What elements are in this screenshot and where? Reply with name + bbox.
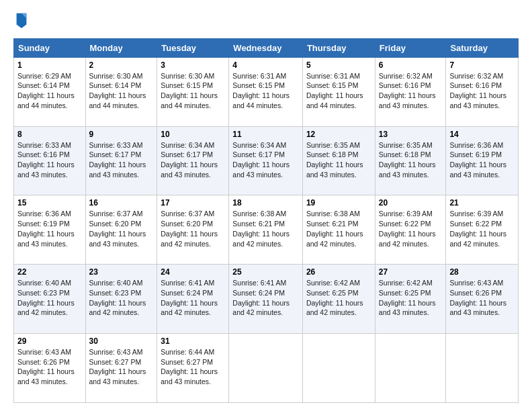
- weekday-header: Friday: [375, 38, 446, 57]
- calendar-week-row: 29Sunrise: 6:43 AMSunset: 6:26 PMDayligh…: [14, 334, 519, 403]
- day-number: 31: [161, 336, 225, 346]
- day-info: Sunrise: 6:37 AMSunset: 6:20 PMDaylight:…: [161, 210, 218, 247]
- calendar-week-row: 22Sunrise: 6:40 AMSunset: 6:23 PMDayligh…: [14, 265, 519, 334]
- calendar-day-cell: 4Sunrise: 6:31 AMSunset: 6:15 PMDaylight…: [229, 57, 303, 126]
- day-number: 15: [17, 198, 82, 208]
- day-number: 28: [449, 267, 515, 277]
- weekday-header: Tuesday: [157, 38, 229, 57]
- calendar-day-cell: 15Sunrise: 6:36 AMSunset: 6:19 PMDayligh…: [14, 195, 86, 265]
- day-number: 18: [232, 198, 299, 208]
- calendar-day-cell: 14Sunrise: 6:36 AMSunset: 6:19 PMDayligh…: [446, 126, 519, 195]
- calendar-day-cell: [375, 334, 446, 403]
- calendar-day-cell: 2Sunrise: 6:30 AMSunset: 6:14 PMDaylight…: [85, 57, 157, 126]
- day-number: 29: [17, 336, 82, 346]
- day-number: 24: [161, 267, 225, 277]
- calendar-day-cell: 11Sunrise: 6:34 AMSunset: 6:17 PMDayligh…: [229, 126, 303, 195]
- day-number: 6: [379, 60, 443, 70]
- calendar-day-cell: 7Sunrise: 6:32 AMSunset: 6:16 PMDaylight…: [446, 57, 519, 126]
- calendar-day-cell: 3Sunrise: 6:30 AMSunset: 6:15 PMDaylight…: [157, 57, 229, 126]
- day-info: Sunrise: 6:41 AMSunset: 6:24 PMDaylight:…: [161, 279, 218, 316]
- day-number: 16: [89, 198, 154, 208]
- day-info: Sunrise: 6:40 AMSunset: 6:23 PMDaylight:…: [17, 279, 75, 316]
- calendar-header-row: SundayMondayTuesdayWednesdayThursdayFrid…: [14, 38, 519, 57]
- calendar-day-cell: 19Sunrise: 6:38 AMSunset: 6:21 PMDayligh…: [302, 195, 375, 265]
- calendar-week-row: 15Sunrise: 6:36 AMSunset: 6:19 PMDayligh…: [14, 195, 519, 265]
- weekday-header: Thursday: [302, 38, 375, 57]
- calendar-day-cell: 26Sunrise: 6:42 AMSunset: 6:25 PMDayligh…: [302, 265, 375, 334]
- calendar-day-cell: 12Sunrise: 6:35 AMSunset: 6:18 PMDayligh…: [302, 126, 375, 195]
- day-number: 10: [161, 130, 225, 139]
- day-info: Sunrise: 6:34 AMSunset: 6:17 PMDaylight:…: [161, 141, 218, 179]
- calendar-day-cell: 5Sunrise: 6:31 AMSunset: 6:15 PMDaylight…: [302, 57, 375, 126]
- calendar-day-cell: 25Sunrise: 6:41 AMSunset: 6:24 PMDayligh…: [229, 265, 303, 334]
- calendar-week-row: 1Sunrise: 6:29 AMSunset: 6:14 PMDaylight…: [14, 57, 519, 126]
- calendar-day-cell: 21Sunrise: 6:39 AMSunset: 6:22 PMDayligh…: [446, 195, 519, 265]
- day-number: 21: [449, 198, 515, 208]
- day-info: Sunrise: 6:33 AMSunset: 6:17 PMDaylight:…: [89, 141, 146, 179]
- day-info: Sunrise: 6:30 AMSunset: 6:14 PMDaylight:…: [89, 72, 146, 109]
- day-number: 1: [17, 60, 82, 70]
- day-number: 12: [306, 130, 371, 139]
- calendar-day-cell: 23Sunrise: 6:40 AMSunset: 6:23 PMDayligh…: [85, 265, 157, 334]
- day-number: 11: [232, 130, 299, 139]
- weekday-header: Wednesday: [229, 38, 303, 57]
- calendar-day-cell: 13Sunrise: 6:35 AMSunset: 6:18 PMDayligh…: [375, 126, 446, 195]
- day-number: 20: [379, 198, 443, 208]
- day-number: 7: [449, 60, 515, 70]
- day-info: Sunrise: 6:35 AMSunset: 6:18 PMDaylight:…: [306, 141, 363, 179]
- day-info: Sunrise: 6:42 AMSunset: 6:25 PMDaylight:…: [379, 279, 436, 316]
- logo: [13, 12, 27, 32]
- calendar-day-cell: 8Sunrise: 6:33 AMSunset: 6:16 PMDaylight…: [14, 126, 86, 195]
- calendar-day-cell: 20Sunrise: 6:39 AMSunset: 6:22 PMDayligh…: [375, 195, 446, 265]
- day-info: Sunrise: 6:29 AMSunset: 6:14 PMDaylight:…: [17, 72, 75, 109]
- day-number: 17: [161, 198, 225, 208]
- calendar-day-cell: 31Sunrise: 6:44 AMSunset: 6:27 PMDayligh…: [157, 334, 229, 403]
- day-number: 5: [306, 60, 371, 70]
- calendar-table: SundayMondayTuesdayWednesdayThursdayFrid…: [13, 38, 519, 403]
- calendar-day-cell: 29Sunrise: 6:43 AMSunset: 6:26 PMDayligh…: [14, 334, 86, 403]
- calendar-day-cell: 22Sunrise: 6:40 AMSunset: 6:23 PMDayligh…: [14, 265, 86, 334]
- day-number: 25: [232, 267, 299, 277]
- day-number: 8: [17, 130, 82, 139]
- calendar-day-cell: 6Sunrise: 6:32 AMSunset: 6:16 PMDaylight…: [375, 57, 446, 126]
- day-info: Sunrise: 6:31 AMSunset: 6:15 PMDaylight:…: [232, 72, 290, 109]
- day-info: Sunrise: 6:35 AMSunset: 6:18 PMDaylight:…: [379, 141, 436, 179]
- day-info: Sunrise: 6:36 AMSunset: 6:19 PMDaylight:…: [449, 141, 506, 179]
- day-number: 14: [449, 130, 515, 139]
- day-info: Sunrise: 6:43 AMSunset: 6:26 PMDaylight:…: [17, 348, 75, 385]
- day-info: Sunrise: 6:43 AMSunset: 6:26 PMDaylight:…: [449, 279, 506, 316]
- day-number: 19: [306, 198, 371, 208]
- day-number: 22: [17, 267, 82, 277]
- calendar-day-cell: 30Sunrise: 6:43 AMSunset: 6:27 PMDayligh…: [85, 334, 157, 403]
- day-info: Sunrise: 6:39 AMSunset: 6:22 PMDaylight:…: [449, 210, 506, 247]
- day-info: Sunrise: 6:43 AMSunset: 6:27 PMDaylight:…: [89, 348, 146, 385]
- day-info: Sunrise: 6:36 AMSunset: 6:19 PMDaylight:…: [17, 210, 75, 247]
- calendar-week-row: 8Sunrise: 6:33 AMSunset: 6:16 PMDaylight…: [14, 126, 519, 195]
- day-number: 27: [379, 267, 443, 277]
- logo-icon: [15, 12, 28, 28]
- page-header: [13, 12, 519, 32]
- day-number: 3: [161, 60, 225, 70]
- weekday-header: Saturday: [446, 38, 519, 57]
- day-info: Sunrise: 6:30 AMSunset: 6:15 PMDaylight:…: [161, 72, 218, 109]
- day-number: 4: [232, 60, 299, 70]
- day-info: Sunrise: 6:38 AMSunset: 6:21 PMDaylight:…: [306, 210, 363, 247]
- calendar-day-cell: 1Sunrise: 6:29 AMSunset: 6:14 PMDaylight…: [14, 57, 86, 126]
- day-number: 26: [306, 267, 371, 277]
- day-info: Sunrise: 6:44 AMSunset: 6:27 PMDaylight:…: [161, 348, 218, 385]
- day-info: Sunrise: 6:32 AMSunset: 6:16 PMDaylight:…: [449, 72, 506, 109]
- day-number: 9: [89, 130, 154, 139]
- calendar-page: SundayMondayTuesdayWednesdayThursdayFrid…: [0, 0, 532, 411]
- calendar-day-cell: 9Sunrise: 6:33 AMSunset: 6:17 PMDaylight…: [85, 126, 157, 195]
- day-info: Sunrise: 6:32 AMSunset: 6:16 PMDaylight:…: [379, 72, 436, 109]
- calendar-day-cell: 28Sunrise: 6:43 AMSunset: 6:26 PMDayligh…: [446, 265, 519, 334]
- calendar-day-cell: 16Sunrise: 6:37 AMSunset: 6:20 PMDayligh…: [85, 195, 157, 265]
- calendar-day-cell: 27Sunrise: 6:42 AMSunset: 6:25 PMDayligh…: [375, 265, 446, 334]
- weekday-header: Monday: [85, 38, 157, 57]
- calendar-day-cell: 10Sunrise: 6:34 AMSunset: 6:17 PMDayligh…: [157, 126, 229, 195]
- day-info: Sunrise: 6:38 AMSunset: 6:21 PMDaylight:…: [232, 210, 290, 247]
- calendar-day-cell: [302, 334, 375, 403]
- day-number: 13: [379, 130, 443, 139]
- day-info: Sunrise: 6:42 AMSunset: 6:25 PMDaylight:…: [306, 279, 363, 316]
- calendar-day-cell: [229, 334, 303, 403]
